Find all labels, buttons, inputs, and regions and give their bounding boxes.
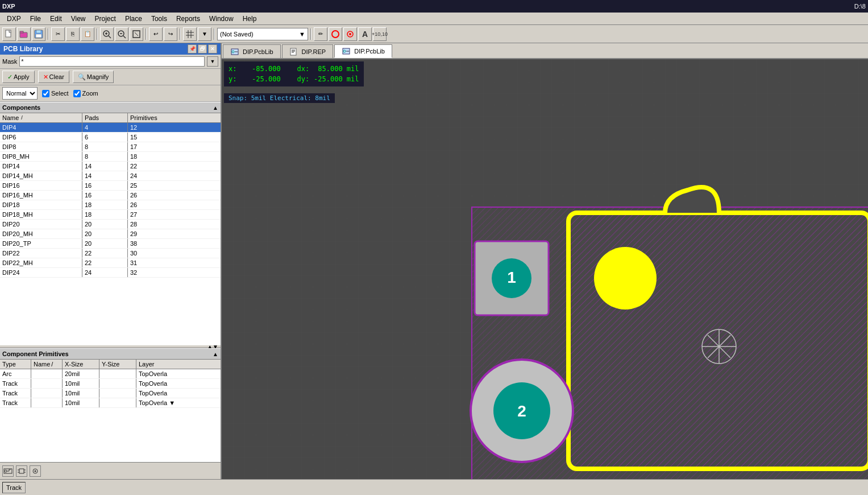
tab-dip-pcblib1[interactable]: DIP.PcbLib <box>223 44 281 58</box>
pcol-type-header[interactable]: Type <box>0 360 31 369</box>
menu-item-edit[interactable]: Edit <box>45 14 67 24</box>
menu-item-place[interactable]: Place <box>121 14 147 24</box>
table-row[interactable]: DIP4412 <box>0 123 221 133</box>
new-btn[interactable] <box>2 27 16 41</box>
table-row[interactable]: DIP8817 <box>0 142 221 152</box>
pcol-layer-header[interactable]: Layer <box>136 360 221 369</box>
select-checkbox-label[interactable]: Select <box>42 90 69 97</box>
table-row[interactable]: DIP14_MH1424 <box>0 171 221 181</box>
table-row[interactable]: DIP161625 <box>0 181 221 191</box>
dx-label: dx: <box>297 65 310 73</box>
tab-label-dip-pcblib1: DIP.PcbLib <box>243 48 273 55</box>
zoom-out-btn[interactable] <box>115 27 128 41</box>
primitives-expand-btn[interactable]: ▲ <box>213 351 218 357</box>
undo-btn[interactable]: ↩ <box>149 27 163 41</box>
primitives-section: Component Primitives ▲ Type Name / X-Siz… <box>0 348 221 462</box>
paste-btn[interactable]: 📋 <box>81 27 94 41</box>
primitives-header: Component Primitives ▲ <box>0 348 221 360</box>
snap-info: Snap: 5mil Electrical: 8mil <box>224 93 335 103</box>
grid-btn[interactable] <box>183 27 197 41</box>
menu-item-file[interactable]: File <box>26 14 45 24</box>
menu-item-project[interactable]: Project <box>90 14 121 24</box>
menu-item-view[interactable]: View <box>67 14 90 24</box>
table-row[interactable]: DIP16_MH1626 <box>0 191 221 200</box>
x-value: -85.000 <box>241 64 281 74</box>
table-row[interactable]: DIP202028 <box>0 220 221 229</box>
canvas-area[interactable]: x: -85.000 dx: 85.000 mil y: -25.000 dy:… <box>222 59 868 479</box>
table-row[interactable]: DIP141422 <box>0 162 221 171</box>
svg-rect-4 <box>36 30 41 33</box>
table-row[interactable]: DIP222230 <box>0 249 221 258</box>
table-row[interactable]: DIP20_TP2038 <box>0 239 221 249</box>
grid-dropdown[interactable]: ▼ <box>198 27 211 41</box>
zoom-in-btn[interactable] <box>100 27 114 41</box>
open-btn[interactable] <box>17 27 31 41</box>
components-expand-btn[interactable]: ▲ <box>213 105 218 111</box>
pcol-name-header[interactable]: Name / <box>31 360 63 369</box>
zoom-checkbox[interactable] <box>73 90 81 97</box>
table-row[interactable]: DIP22_MH2231 <box>0 258 221 268</box>
panel-pin-btn[interactable]: 📌 <box>188 44 197 53</box>
select-checkbox[interactable] <box>42 90 49 97</box>
sep5 <box>214 28 215 40</box>
cut-btn[interactable]: ✂ <box>51 27 65 41</box>
component-icon[interactable] <box>16 465 27 477</box>
col-pads-header[interactable]: Pads <box>82 113 128 122</box>
mode-select[interactable]: Normal <box>2 87 38 100</box>
list-item[interactable]: Track10milTopOverla <box>0 379 221 389</box>
mask-input[interactable] <box>19 56 205 67</box>
panel-close-btn[interactable]: ✕ <box>208 44 217 53</box>
zoom-fit-btn[interactable] <box>130 27 143 41</box>
library-icon <box>342 47 351 56</box>
panel-bottom <box>0 462 221 479</box>
list-item[interactable]: Track10milTopOverla <box>0 389 221 398</box>
coord-btn[interactable]: +10,10 <box>373 27 387 41</box>
menu-item-help[interactable]: Help <box>238 14 261 24</box>
redo-btn[interactable]: ↪ <box>164 27 177 41</box>
primitives-list[interactable]: Arc20milTopOverlaTrack10milTopOverlaTrac… <box>0 369 221 462</box>
apply-btn[interactable]: ✓ Apply <box>2 71 35 83</box>
table-row[interactable]: DIP18_MH1827 <box>0 210 221 220</box>
project-dropdown[interactable]: (Not Saved) ▼ <box>217 28 308 40</box>
save-btn[interactable] <box>32 27 45 41</box>
target-btn[interactable] <box>343 27 357 41</box>
list-item[interactable]: Arc20milTopOverla <box>0 369 221 379</box>
clear-btn[interactable]: ✕ Clear <box>38 71 69 83</box>
tab-area: DIP.PcbLibDIP.REPDIP.PcbLib x: -85.000 d… <box>222 43 868 479</box>
circle-btn[interactable] <box>329 27 342 41</box>
tab-label-dip-rep: DIP.REP <box>302 48 326 55</box>
tab-dip-pcblib2[interactable]: DIP.PcbLib <box>334 44 392 58</box>
pcb-icon[interactable] <box>2 465 14 477</box>
menu-item-dxp[interactable]: DXP <box>2 14 26 24</box>
table-row[interactable]: DIP8_MH818 <box>0 152 221 162</box>
panel-restore-btn[interactable]: 🗗 <box>198 44 207 53</box>
pen-btn[interactable]: ✏ <box>314 27 327 41</box>
text-btn[interactable]: A <box>358 27 372 41</box>
mask-dropdown-btn[interactable]: ▼ <box>207 56 218 67</box>
y-value: -25.000 <box>241 74 281 84</box>
menu-item-window[interactable]: Window <box>205 14 238 24</box>
pcol-xsize-header[interactable]: X-Size <box>63 360 99 369</box>
table-row[interactable]: DIP20_MH2029 <box>0 229 221 239</box>
list-item[interactable]: Track10milTopOverla ▼ <box>0 398 221 408</box>
tab-label-dip-pcblib2: DIP.PcbLib <box>354 48 385 55</box>
table-row[interactable]: DIP6615 <box>0 133 221 142</box>
pcb-svg[interactable]: 1 2 3 4 <box>222 59 868 479</box>
sep2 <box>97 28 98 40</box>
pcol-ysize-header[interactable]: Y-Size <box>99 360 136 369</box>
menu-bar: DXPFileEditViewProjectPlaceToolsReportsW… <box>0 13 868 25</box>
pad-icon[interactable] <box>30 465 41 477</box>
components-list[interactable]: DIP4412DIP6615DIP8817DIP8_MH818DIP141422… <box>0 123 221 345</box>
magnify-btn[interactable]: 🔍 Magnify <box>73 71 114 83</box>
table-row[interactable]: DIP242432 <box>0 268 221 278</box>
zoom-checkbox-label[interactable]: Zoom <box>73 90 98 97</box>
tab-dip-rep[interactable]: DIP.REP <box>282 44 334 58</box>
menu-item-reports[interactable]: Reports <box>172 14 205 24</box>
col-prims-header[interactable]: Primitives <box>128 113 221 122</box>
svg-line-11 <box>123 36 126 38</box>
table-row[interactable]: DIP181826 <box>0 200 221 210</box>
title-path: D:\8 <box>854 3 866 10</box>
menu-item-tools[interactable]: Tools <box>147 14 172 24</box>
col-name-header[interactable]: Name / <box>0 113 82 122</box>
copy-btn[interactable]: ⎘ <box>66 27 80 41</box>
